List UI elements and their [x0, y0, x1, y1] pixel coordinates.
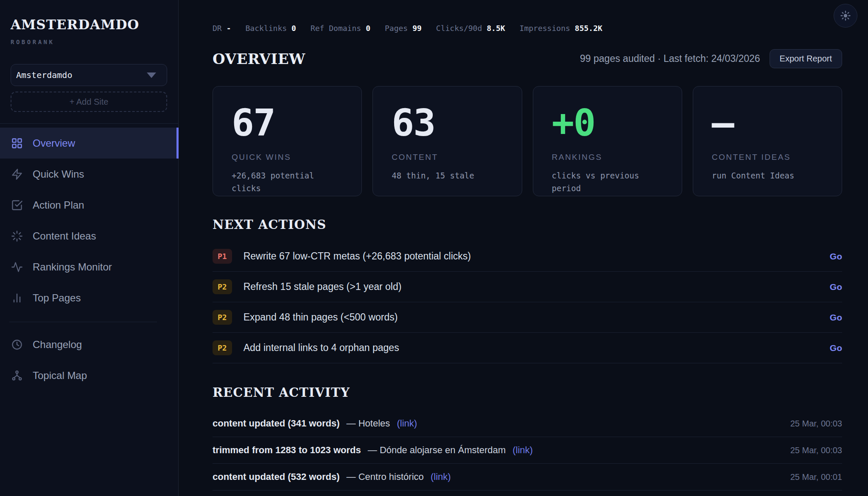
stat-card: 67 QUICK WINS +26,683 potential clicks: [213, 86, 362, 196]
activity-event: trimmed from 1283 to 1023 words: [213, 445, 361, 455]
sidebar-item-label: Action Plan: [33, 199, 84, 211]
stat-item: Pages 99: [385, 24, 422, 33]
activity-text: content updated (532 words) — Centro his…: [213, 471, 451, 482]
go-link[interactable]: Go: [830, 251, 842, 262]
site-selector-value: Amsterdamdo: [16, 70, 72, 80]
stat-value: 99: [412, 24, 422, 33]
stat-card: +0 RANKINGS clicks vs previous period: [533, 86, 682, 196]
logo-block: AMSTERDAMDO ROBORANK: [0, 0, 178, 45]
site-selector[interactable]: Amsterdamdo: [11, 64, 167, 86]
page-link[interactable]: (link): [431, 471, 451, 482]
activity-page: — Centro histórico: [347, 471, 424, 482]
theme-toggle-button[interactable]: [834, 4, 857, 28]
sidebar-item-label: Topical Map: [33, 370, 87, 382]
main-content: DR - Backlinks 0 Ref Domains 0 Pages 99: [179, 0, 868, 496]
topical-map-icon: [11, 370, 23, 382]
stat-label: Ref Domains: [311, 24, 361, 33]
stat-label: Backlinks: [246, 24, 287, 33]
activity-text: content updated (341 words) — Hoteles (l…: [213, 418, 417, 429]
activity-timestamp: 25 Mar, 00:03: [790, 419, 842, 429]
stat-value: 8.5K: [487, 24, 505, 33]
stat-card-subtext: +26,683 potential clicks: [232, 169, 343, 195]
sidebar-item-label: Rankings Monitor: [33, 261, 112, 273]
sidebar-nav-item[interactable]: Content Ideas: [0, 220, 178, 251]
sidebar-nav-item[interactable]: Quick Wins: [0, 159, 178, 189]
stat-card-value: 63: [392, 104, 503, 142]
page-link[interactable]: (link): [397, 418, 417, 429]
action-row: P2 Expand 48 thin pages (<500 words) Go: [213, 302, 842, 333]
sidebar-divider: [0, 123, 178, 124]
sidebar-nav-item[interactable]: Top Pages: [0, 282, 178, 313]
activity-row: content updated (532 words) — Centro his…: [213, 464, 842, 490]
priority-badge: P2: [213, 340, 232, 355]
sidebar-nav-item[interactable]: Overview: [0, 128, 178, 159]
stat-value: 855.2K: [575, 24, 602, 33]
sidebar-nav-item[interactable]: Action Plan: [0, 189, 178, 220]
stat-card-value: —: [712, 104, 823, 142]
action-row: P1 Rewrite 67 low-CTR metas (+26,683 pot…: [213, 241, 842, 272]
activity-event: content updated (532 words): [213, 471, 339, 482]
stat-item: Clicks/90d 8.5K: [436, 24, 505, 33]
sidebar-nav-item[interactable]: Topical Map: [0, 360, 178, 391]
recent-activity-list: content updated (341 words) — Hoteles (l…: [213, 410, 842, 490]
loader-icon: [11, 230, 23, 242]
go-link[interactable]: Go: [830, 343, 842, 353]
page-link[interactable]: (link): [512, 445, 533, 455]
stat-item: Ref Domains 0: [311, 24, 370, 33]
stat-card-value: 67: [232, 104, 343, 142]
page-header: OVERVIEW 99 pages audited · Last fetch: …: [213, 49, 842, 68]
sidebar-divider: [9, 322, 157, 322]
next-actions-list: P1 Rewrite 67 low-CTR metas (+26,683 pot…: [213, 241, 842, 363]
stat-label: Clicks/90d: [436, 24, 482, 33]
export-report-button[interactable]: Export Report: [770, 49, 842, 68]
stat-card-subtext: run Content Ideas: [712, 169, 823, 182]
sidebar-item-label: Overview: [33, 137, 75, 149]
go-link[interactable]: Go: [830, 282, 842, 292]
audit-meta-text: 99 pages audited · Last fetch: 24/03/202…: [580, 53, 760, 64]
sidebar-nav-item[interactable]: Changelog: [0, 329, 178, 360]
stat-label: Impressions: [520, 24, 570, 33]
activity-row: trimmed from 1283 to 1023 words — Dónde …: [213, 437, 842, 464]
sidebar-item-label: Quick Wins: [33, 168, 84, 180]
sidebar: AMSTERDAMDO ROBORANK Amsterdamdo + Add S…: [0, 0, 179, 496]
sidebar-item-label: Changelog: [33, 339, 82, 351]
stat-card-value: +0: [552, 104, 663, 142]
stat-cards: 67 QUICK WINS +26,683 potential clicks 6…: [213, 86, 842, 196]
zap-icon: [11, 168, 23, 180]
recent-activity-heading: RECENT ACTIVITY: [213, 385, 842, 400]
sun-icon: [840, 10, 851, 22]
chevron-down-icon: [147, 72, 156, 78]
stat-value: -: [227, 24, 231, 33]
stat-card: 63 CONTENT 48 thin, 15 stale: [372, 86, 522, 196]
page-title: OVERVIEW: [213, 50, 305, 67]
stat-label: Pages: [385, 24, 408, 33]
activity-text: trimmed from 1283 to 1023 words — Dónde …: [213, 445, 533, 456]
action-row: P2 Add internal links to 4 orphan pages …: [213, 333, 842, 363]
activity-event: content updated (341 words): [213, 418, 339, 429]
priority-badge: P2: [213, 279, 232, 294]
stat-value: 0: [291, 24, 296, 33]
stat-card-label: QUICK WINS: [232, 153, 343, 162]
activity-page: — Dónde alojarse en Ámsterdam: [368, 445, 506, 455]
page-header-right: 99 pages audited · Last fetch: 24/03/202…: [580, 49, 842, 68]
priority-badge: P2: [213, 310, 232, 325]
bar-chart-icon: [11, 292, 23, 304]
sidebar-nav-item[interactable]: Rankings Monitor: [0, 251, 178, 282]
add-site-button[interactable]: + Add Site: [11, 92, 167, 112]
stat-item: Backlinks 0: [246, 24, 296, 33]
activity-timestamp: 25 Mar, 00:01: [790, 472, 842, 482]
go-link[interactable]: Go: [830, 312, 842, 323]
stat-item: Impressions 855.2K: [520, 24, 602, 33]
action-text: Rewrite 67 low-CTR metas (+26,683 potent…: [244, 251, 830, 262]
stat-value: 0: [366, 24, 370, 33]
domain-statbar: DR - Backlinks 0 Ref Domains 0 Pages 99: [213, 24, 842, 33]
stat-item: DR -: [213, 24, 231, 33]
stat-label: DR: [213, 24, 222, 33]
action-text: Expand 48 thin pages (<500 words): [244, 312, 830, 323]
app-root: AMSTERDAMDO ROBORANK Amsterdamdo + Add S…: [0, 0, 868, 496]
sidebar-item-label: Top Pages: [33, 292, 81, 304]
stat-card-label: CONTENT: [392, 153, 503, 162]
priority-badge: P1: [213, 249, 232, 264]
action-row: P2 Refresh 15 stale pages (>1 year old) …: [213, 272, 842, 302]
sidebar-item-label: Content Ideas: [33, 230, 96, 242]
